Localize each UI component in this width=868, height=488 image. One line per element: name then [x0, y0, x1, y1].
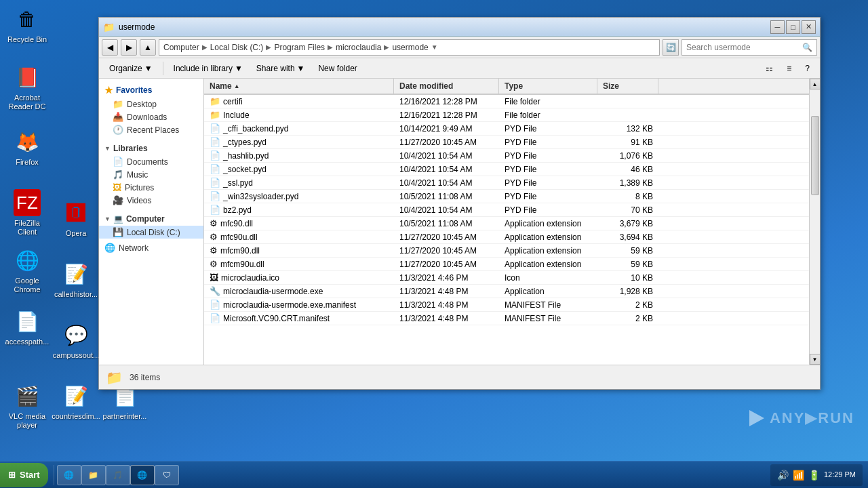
- search-input[interactable]: [686, 43, 802, 52]
- nav-network[interactable]: 🌐 Network: [99, 241, 203, 254]
- start-button[interactable]: ⊞ Start: [0, 463, 48, 487]
- tray-battery-icon[interactable]: 🔋: [808, 470, 820, 481]
- close-button[interactable]: ✕: [802, 20, 816, 34]
- scroll-track[interactable]: [810, 89, 820, 354]
- file-size-cell: 8 KB: [597, 191, 658, 202]
- desktop-icon-firefox[interactable]: 🦊 Firefox: [3, 125, 52, 169]
- file-date-cell: 10/4/2021 10:54 AM: [394, 205, 499, 216]
- file-size-cell: 2 KB: [597, 313, 658, 324]
- libraries-header[interactable]: ▼ Libraries: [99, 142, 203, 155]
- vertical-scrollbar[interactable]: ▲ ▼: [809, 79, 820, 365]
- desktop-icon-skype[interactable]: 💬 campussout...: [52, 319, 100, 363]
- file-type-icon: 📄: [210, 191, 220, 201]
- path-local-disk[interactable]: Local Disk (C:): [210, 43, 264, 52]
- taskbar-folder-button[interactable]: 📁: [81, 465, 106, 485]
- taskbar-chrome-button[interactable]: 🌐: [130, 465, 155, 485]
- path-computer[interactable]: Computer: [163, 43, 199, 52]
- path-usermode[interactable]: usermode: [392, 43, 428, 52]
- search-box[interactable]: 🔍: [682, 39, 817, 56]
- table-row[interactable]: ⚙ mfcm90.dll 11/27/2020 10:45 AM Applica…: [204, 244, 809, 258]
- clock-display: 12:29 PM: [824, 470, 856, 479]
- file-name-cell: 📄 _win32sysloader.pyd: [204, 190, 394, 202]
- table-row[interactable]: 📄 _hashlib.pyd 10/4/2021 10:54 AM PYD Fi…: [204, 149, 809, 163]
- desktop-icon-acrobat[interactable]: 📕 Acrobat Reader DC: [3, 61, 52, 114]
- include-library-button[interactable]: Include in library ▼: [167, 60, 249, 77]
- view-options-button[interactable]: ⚏: [760, 60, 779, 77]
- desktop-icon-vlc[interactable]: 🎬 VLC media player: [3, 380, 52, 432]
- favorites-header[interactable]: ★ Favorites: [99, 83, 203, 98]
- system-tray: 🔊 📶 🔋 12:29 PM: [770, 464, 863, 486]
- desktop-icon-word1[interactable]: 📝 calledhistor...: [52, 258, 100, 302]
- nav-music[interactable]: 🎵 Music: [99, 168, 203, 181]
- watermark-text: ANY▶RUN: [770, 409, 854, 427]
- table-row[interactable]: 📄 _ctypes.pyd 11/27/2020 10:45 AM PYD Fi…: [204, 136, 809, 149]
- tray-sound-icon[interactable]: 🔊: [777, 470, 789, 481]
- path-program-files[interactable]: Program Files: [274, 43, 325, 52]
- table-row[interactable]: 📄 _ssl.pyd 10/4/2021 10:54 AM PYD File 1…: [204, 176, 809, 190]
- table-row[interactable]: 📄 bz2.pyd 10/4/2021 10:54 AM PYD File 70…: [204, 203, 809, 217]
- nav-videos[interactable]: 🎥 Videos: [99, 194, 203, 207]
- back-button[interactable]: ◀: [102, 39, 118, 56]
- nav-desktop[interactable]: 📁 Desktop: [99, 98, 203, 110]
- scroll-thumb[interactable]: [811, 116, 819, 195]
- taskbar-media-button[interactable]: 🎵: [106, 465, 130, 485]
- scroll-up-button[interactable]: ▲: [810, 79, 821, 89]
- nav-recent-places[interactable]: 🕐 Recent Places: [99, 123, 203, 136]
- table-row[interactable]: ⚙ mfcm90u.dll 11/27/2020 10:45 AM Applic…: [204, 258, 809, 271]
- maximize-button[interactable]: □: [786, 20, 800, 34]
- minimize-button[interactable]: ─: [770, 20, 785, 34]
- new-folder-label: New folder: [318, 64, 357, 73]
- nav-local-disk[interactable]: 💾 Local Disk (C:): [99, 226, 203, 239]
- desktop-icon-word4[interactable]: 📝 countriesdim...: [52, 380, 100, 424]
- file-name-cell: 📄 bz2.pyd: [204, 204, 394, 216]
- file-name: _cffi_backend.pyd: [223, 124, 289, 134]
- new-folder-button[interactable]: New folder: [312, 60, 363, 77]
- taskbar-antivirus-button[interactable]: 🛡: [155, 465, 179, 485]
- scroll-down-button[interactable]: ▼: [810, 354, 821, 365]
- address-path[interactable]: Computer ▶ Local Disk (C:) ▶ Program Fil…: [159, 39, 660, 56]
- file-name: _ctypes.pyd: [223, 138, 267, 147]
- table-row[interactable]: 📁 certifi 12/16/2021 12:28 PM File folde…: [204, 95, 809, 108]
- table-row[interactable]: 📄 microclaudia-usermode.exe.manifest 11/…: [204, 298, 809, 312]
- column-header-name[interactable]: Name ▲: [204, 79, 394, 94]
- table-row[interactable]: 📄 _cffi_backend.pyd 10/14/2021 9:49 AM P…: [204, 122, 809, 136]
- share-with-button[interactable]: Share with ▼: [250, 60, 311, 77]
- table-row[interactable]: ⚙ mfc90u.dll 11/27/2020 10:45 AM Applica…: [204, 230, 809, 244]
- share-with-arrow-icon: ▼: [297, 64, 305, 73]
- desktop-icon-recycle-bin[interactable]: 🗑 Recycle Bin: [3, 3, 52, 47]
- nav-documents[interactable]: 📄 Documents: [99, 155, 203, 168]
- size-column-label: Size: [603, 81, 619, 91]
- nav-downloads[interactable]: 📥 Downloads: [99, 110, 203, 123]
- help-button[interactable]: ?: [799, 60, 816, 77]
- refresh-button[interactable]: 🔄: [663, 39, 679, 56]
- forward-button[interactable]: ▶: [121, 39, 137, 56]
- table-row[interactable]: 🔧 microclaudia-usermode.exe 11/3/2021 4:…: [204, 285, 809, 298]
- desktop-icon-accesspath[interactable]: 📄 accesspath...: [3, 305, 52, 349]
- column-header-date[interactable]: Date modified: [394, 79, 499, 94]
- column-header-type[interactable]: Type: [499, 79, 597, 94]
- table-row[interactable]: 🖼 microclaudia.ico 11/3/2021 4:46 PM Ico…: [204, 271, 809, 285]
- opera-icon: 🅾: [62, 199, 90, 226]
- desktop-icon-filezilla[interactable]: FZ FileZilla Client: [3, 186, 52, 239]
- tray-network-icon[interactable]: 📶: [793, 470, 804, 481]
- column-header-size[interactable]: Size: [597, 79, 658, 94]
- up-button[interactable]: ▲: [140, 39, 156, 56]
- table-row[interactable]: ⚙ mfc90.dll 10/5/2021 11:08 AM Applicati…: [204, 217, 809, 230]
- videos-icon: 🎥: [113, 195, 123, 205]
- desktop-icon-chrome[interactable]: 🌐 Google Chrome: [3, 244, 52, 297]
- desktop-icon-opera[interactable]: 🅾 Opera: [52, 197, 100, 241]
- file-type-cell: Application extension: [499, 232, 597, 243]
- clock-time: 12:29 PM: [824, 470, 856, 479]
- taskbar-explorer-button[interactable]: 🌐: [57, 465, 81, 485]
- table-row[interactable]: 📄 _win32sysloader.pyd 10/5/2021 11:08 AM…: [204, 190, 809, 203]
- organize-button[interactable]: Organize ▼: [103, 60, 159, 77]
- view-toggle-button[interactable]: ≡: [781, 60, 797, 77]
- table-row[interactable]: 📁 Include 12/16/2021 12:28 PM File folde…: [204, 108, 809, 122]
- file-size-cell: 59 KB: [597, 245, 658, 256]
- file-type-icon: ⚙: [210, 232, 218, 242]
- nav-pictures[interactable]: 🖼 Pictures: [99, 181, 203, 194]
- path-microclaudia[interactable]: microclaudia: [336, 43, 381, 52]
- table-row[interactable]: 📄 Microsoft.VC90.CRT.manifest 11/3/2021 …: [204, 312, 809, 325]
- computer-header[interactable]: ▼ 💻 Computer: [99, 212, 203, 226]
- table-row[interactable]: 📄 _socket.pyd 10/4/2021 10:54 AM PYD Fil…: [204, 163, 809, 176]
